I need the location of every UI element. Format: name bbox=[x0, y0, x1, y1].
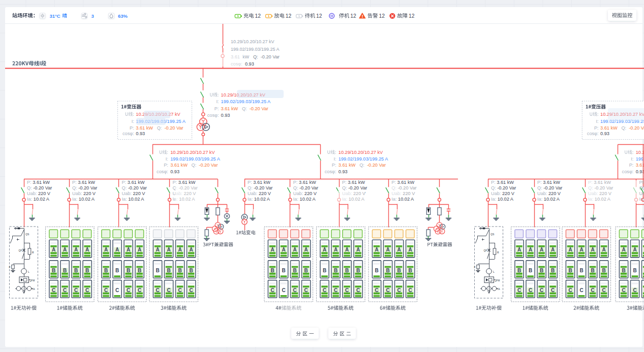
svg-text:P: 3.61 kW: P: 3.61 kW bbox=[342, 180, 365, 185]
svg-text:Q: -0.20 Var: Q: -0.20 Var bbox=[27, 185, 52, 190]
svg-text:B: B bbox=[104, 268, 108, 273]
svg-text:A: A bbox=[591, 247, 594, 252]
svg-text:B: B bbox=[52, 268, 55, 273]
svg-text:C: C bbox=[63, 287, 67, 293]
svg-text:B: B bbox=[190, 268, 193, 273]
svg-text:Q: -0.20 Var: Q: -0.20 Var bbox=[642, 185, 644, 190]
svg-text:C: C bbox=[85, 287, 89, 293]
svg-text:C: C bbox=[178, 287, 181, 293]
svg-text:A: A bbox=[270, 247, 274, 252]
svg-text:QFM: QFM bbox=[495, 279, 500, 282]
svg-text:R: R bbox=[497, 251, 499, 254]
svg-text:A: A bbox=[304, 247, 308, 252]
svg-text:A: A bbox=[622, 247, 625, 252]
svg-text:P:: P: bbox=[629, 163, 634, 168]
svg-text:Uab: 220 V: Uab: 220 V bbox=[491, 191, 515, 196]
svg-text:A: A bbox=[345, 247, 349, 252]
svg-text:10.29/10.20/10.27 kV: 10.29/10.20/10.27 kV bbox=[231, 39, 274, 44]
svg-text:R: R bbox=[32, 251, 34, 254]
svg-text:Ia: 10.02 A: Ia: 10.02 A bbox=[491, 197, 514, 202]
svg-text:QF: QF bbox=[19, 249, 22, 252]
svg-text:C: C bbox=[138, 287, 141, 293]
svg-text:C: C bbox=[517, 287, 521, 293]
svg-text:L: L bbox=[28, 270, 29, 273]
svg-text:B: B bbox=[63, 268, 67, 273]
svg-text:199.02/199.03/199.25 A: 199.02/199.03/199.25 A bbox=[221, 99, 271, 104]
svg-text:C: C bbox=[579, 287, 583, 293]
svg-text:C: C bbox=[345, 287, 349, 293]
svg-text:P: 3.61 kW: P: 3.61 kW bbox=[248, 180, 270, 185]
svg-text:3.61 kW Q: -0.20 Var: 3.61 kW Q: -0.20 Var bbox=[339, 163, 386, 168]
svg-text:A: A bbox=[167, 247, 170, 252]
svg-text:A: A bbox=[63, 247, 67, 252]
svg-text:P: 3.61 kW: P: 3.61 kW bbox=[72, 180, 95, 185]
svg-text:3.61 kW Q: -0.20 Var: 3.61 kW Q: -0.20 Var bbox=[636, 163, 644, 168]
svg-text:3.61 kW Q: -0.20 Var: 3.61 kW Q: -0.20 Var bbox=[600, 125, 644, 131]
svg-text:B: B bbox=[579, 268, 583, 273]
svg-text:P:: P: bbox=[214, 106, 219, 111]
svg-text:3.61 kW Q: -0.20 Var: 3.61 kW Q: -0.20 Var bbox=[170, 163, 218, 168]
svg-text:B: B bbox=[375, 268, 378, 273]
svg-text:C: C bbox=[156, 287, 159, 293]
svg-text:C: C bbox=[167, 287, 170, 293]
svg-text:C: C bbox=[397, 287, 401, 293]
svg-text:P: 3.61 kW: P: 3.61 kW bbox=[173, 180, 196, 185]
svg-text:P: 3.61 kW: P: 3.61 kW bbox=[537, 180, 560, 185]
svg-text:Uab: 220 V: Uab: 220 V bbox=[642, 191, 644, 196]
svg-text:12: 12 bbox=[409, 13, 415, 19]
svg-text:B: B bbox=[568, 268, 572, 273]
svg-text:TA: TA bbox=[32, 287, 36, 291]
svg-text:Ia: 10.02 A: Ia: 10.02 A bbox=[72, 197, 95, 202]
svg-text:Ia: 10.02 A: Ia: 10.02 A bbox=[642, 197, 644, 202]
svg-text:Q: -0.20 Var: Q: -0.20 Var bbox=[122, 185, 147, 190]
svg-text:C: C bbox=[304, 287, 308, 293]
svg-text:3.61 kW Q: -0.20 Var: 3.61 kW Q: -0.20 Var bbox=[136, 125, 183, 131]
svg-text:P:: P: bbox=[164, 163, 168, 168]
svg-text:Uab: 220 V: Uab: 220 V bbox=[293, 191, 317, 196]
svg-text:QS: QS bbox=[25, 233, 29, 236]
svg-text:C: C bbox=[551, 287, 555, 293]
svg-text:P: 3.61 kW: P: 3.61 kW bbox=[293, 180, 316, 185]
svg-text:F: F bbox=[474, 266, 476, 269]
svg-text:Ia: 10.02 A: Ia: 10.02 A bbox=[537, 197, 560, 202]
svg-text:Ia: 10.02 A: Ia: 10.02 A bbox=[293, 197, 316, 202]
svg-text:C: C bbox=[334, 287, 338, 293]
svg-text:B: B bbox=[127, 268, 130, 273]
svg-text:Q: -0.20 Var: Q: -0.20 Var bbox=[491, 185, 516, 190]
svg-text:A: A bbox=[386, 247, 389, 252]
svg-text:Ia: 10.02 A: Ia: 10.02 A bbox=[122, 197, 145, 202]
svg-text:C: C bbox=[74, 287, 78, 293]
svg-text:A: A bbox=[190, 247, 193, 252]
svg-text:C: C bbox=[270, 287, 274, 293]
svg-text:199.02/199.03/199.25 A: 199.02/199.03/199.25 A bbox=[231, 47, 280, 52]
svg-text:B: B bbox=[409, 268, 412, 273]
svg-text:199.02/199.03/199.25 A: 199.02/199.03/199.25 A bbox=[170, 156, 220, 162]
svg-text:C: C bbox=[602, 287, 606, 293]
svg-text:Q: -0.20 Var: Q: -0.20 Var bbox=[293, 185, 318, 190]
svg-text:B: B bbox=[282, 268, 285, 273]
svg-text:A: A bbox=[397, 247, 401, 252]
svg-text:B: B bbox=[304, 268, 308, 273]
svg-text:3: 3 bbox=[91, 13, 94, 19]
svg-text:A: A bbox=[74, 247, 78, 252]
svg-text:Uab: 220 V: Uab: 220 V bbox=[248, 191, 271, 196]
svg-text:A: A bbox=[323, 247, 326, 252]
svg-text:A: A bbox=[517, 247, 521, 252]
svg-text:B: B bbox=[591, 268, 594, 273]
svg-text:P: 3.61 kW: P: 3.61 kW bbox=[27, 180, 50, 185]
svg-text:C: C bbox=[409, 287, 412, 293]
svg-text:0.93: 0.93 bbox=[170, 169, 179, 174]
svg-text:B: B bbox=[386, 268, 389, 273]
svg-text:A: A bbox=[85, 247, 89, 252]
svg-text:199.02/199.03/199.25 A: 199.02/199.03/199.25 A bbox=[339, 156, 388, 162]
svg-text:C: C bbox=[52, 287, 55, 293]
svg-text:12: 12 bbox=[255, 13, 261, 19]
svg-text:B: B bbox=[270, 268, 274, 273]
svg-text:QS: QS bbox=[490, 233, 495, 236]
svg-text:A: A bbox=[104, 247, 108, 252]
svg-text:B: B bbox=[356, 268, 360, 273]
svg-text:P: 3.61 kW: P: 3.61 kW bbox=[122, 180, 145, 185]
svg-text:C: C bbox=[622, 287, 625, 293]
svg-text:C: C bbox=[115, 287, 119, 293]
svg-text:A: A bbox=[540, 247, 543, 252]
